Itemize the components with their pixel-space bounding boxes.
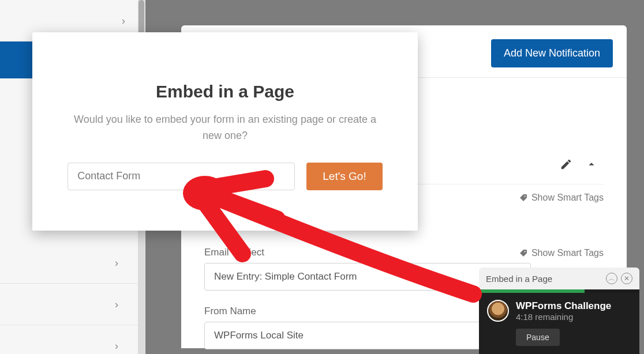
close-icon[interactable]: ✕ [621, 273, 632, 284]
modal-title: Embed in a Page [63, 82, 387, 101]
page-name-input[interactable] [68, 163, 295, 190]
challenge-time-remaining: 4:18 remaining [516, 312, 611, 322]
show-smart-tags-link[interactable]: Show Smart Tags [519, 248, 604, 258]
challenge-body: WPForms Challenge 4:18 remaining Pause [479, 293, 639, 354]
sidebar-item[interactable]: › [0, 325, 138, 354]
show-smart-tags-link[interactable]: Show Smart Tags [519, 193, 604, 203]
minimize-icon[interactable]: ︿ [606, 273, 617, 284]
embed-page-modal: Embed in a Page Would you like to embed … [32, 32, 418, 231]
challenge-widget: Embed in a Page ︿ ✕ WPForms Challenge 4:… [479, 268, 639, 354]
challenge-header-title: Embed in a Page [486, 274, 552, 284]
challenge-header: Embed in a Page ︿ ✕ [479, 268, 639, 289]
pause-button[interactable]: Pause [516, 329, 560, 346]
lets-go-button[interactable]: Let's Go! [306, 163, 382, 190]
mascot-avatar [487, 300, 509, 322]
tag-icon [519, 193, 528, 202]
chevron-right-icon: › [115, 298, 118, 310]
chevron-right-icon: › [122, 14, 125, 27]
challenge-progress-bar [479, 289, 639, 293]
sidebar-item[interactable]: › [0, 284, 138, 325]
smart-tags-label: Show Smart Tags [531, 193, 604, 203]
email-subject-label: Email Subject [204, 247, 531, 258]
challenge-title: WPForms Challenge [516, 300, 611, 312]
svg-point-0 [525, 195, 526, 197]
chevron-right-icon: › [115, 257, 118, 269]
add-new-notification-button[interactable]: Add New Notification [491, 39, 613, 67]
smart-tags-label: Show Smart Tags [531, 248, 604, 258]
chevron-right-icon: › [115, 340, 118, 352]
tag-icon [519, 248, 528, 258]
edit-icon[interactable] [560, 158, 572, 173]
svg-point-1 [525, 251, 526, 252]
modal-subtitle: Would you like to embed your form in an … [73, 112, 377, 144]
sidebar-item[interactable]: › [0, 242, 138, 284]
chevron-up-icon[interactable] [585, 158, 598, 173]
